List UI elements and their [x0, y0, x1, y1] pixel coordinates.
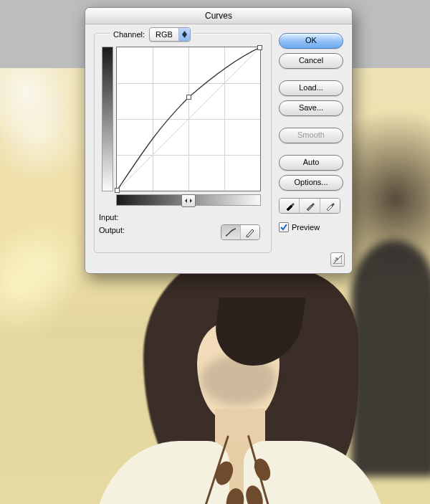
gradient-midpoint-handle[interactable]	[181, 194, 196, 207]
load-button[interactable]: Load...	[279, 80, 343, 96]
channel-label: Channel:	[113, 30, 145, 39]
stepper-arrows-icon	[178, 28, 190, 41]
options-button[interactable]: Options...	[279, 175, 343, 191]
ok-button[interactable]: OK	[279, 33, 343, 49]
output-label: Output:	[99, 226, 125, 234]
pencil-mode-button[interactable]	[240, 225, 259, 239]
svg-marker-3	[185, 199, 187, 203]
curve-point-highlight[interactable]	[257, 45, 262, 50]
dialog-size-toggle[interactable]	[330, 252, 345, 267]
smooth-button: Smooth	[279, 128, 343, 143]
curve-point-midtone[interactable]	[186, 95, 191, 100]
input-gradient[interactable]	[116, 194, 261, 206]
dialog-title: Curves	[85, 8, 352, 24]
eyedropper-black-button[interactable]	[280, 199, 299, 213]
eyedropper-gray-button[interactable]	[299, 199, 319, 213]
dialog-size-toggle-icon	[333, 255, 342, 264]
input-label: Input:	[99, 213, 119, 222]
output-gradient	[102, 47, 113, 191]
curve-mode-button[interactable]	[221, 225, 240, 239]
save-button[interactable]: Save...	[279, 100, 343, 116]
curve-point-shadow[interactable]	[115, 188, 120, 193]
eyedropper-group	[279, 198, 340, 214]
eyedropper-white-button[interactable]	[320, 199, 340, 213]
checkmark-icon	[280, 224, 287, 231]
svg-marker-4	[190, 199, 192, 203]
preview-checkbox[interactable]	[279, 222, 289, 232]
pencil-icon	[244, 227, 256, 237]
curve-draw-mode	[221, 224, 260, 240]
cancel-button[interactable]: Cancel	[279, 53, 343, 69]
auto-button[interactable]: Auto	[279, 155, 343, 171]
curve-group: Channel: RGB	[94, 33, 272, 253]
preview-label: Preview	[292, 223, 320, 232]
eyedropper-white-icon	[325, 201, 335, 211]
channel-select[interactable]: RGB	[149, 27, 191, 42]
curve-icon	[225, 227, 236, 237]
curve-path[interactable]	[117, 47, 260, 191]
eyedropper-gray-icon	[305, 201, 315, 211]
channel-select-value: RGB	[150, 30, 178, 39]
curve-grid[interactable]	[116, 47, 261, 191]
curves-dialog: Curves Channel: RGB	[85, 7, 353, 274]
svg-marker-1	[182, 34, 187, 38]
eyedropper-black-icon	[285, 201, 295, 211]
